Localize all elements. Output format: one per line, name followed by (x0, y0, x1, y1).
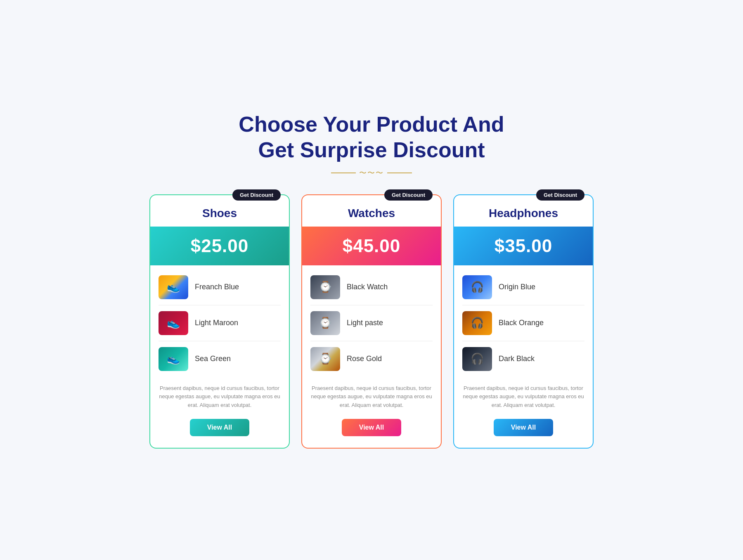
product-img-shoes-0: 👟 (159, 275, 188, 299)
product-img-watches-0: ⌚ (310, 275, 340, 299)
deco-wave: 〜〜〜 (359, 168, 384, 178)
cards-container: Get DiscountShoes$25.00👟Freanch Blue👟Lig… (124, 194, 619, 449)
card-shoes: Get DiscountShoes$25.00👟Freanch Blue👟Lig… (149, 194, 290, 449)
list-item[interactable]: 👟Sea Green (159, 341, 281, 377)
product-img-headphones-2: 🎧 (462, 347, 492, 371)
card-description-watches: Praesent dapibus, neque id cursus faucib… (302, 377, 441, 410)
product-name-shoes-0: Freanch Blue (195, 283, 239, 291)
page-title: Choose Your Product And Get Surprise Dis… (124, 111, 619, 163)
view-all-button-shoes[interactable]: View All (190, 419, 249, 436)
badge-headphones[interactable]: Get Discount (536, 189, 584, 201)
product-name-watches-0: Black Watch (347, 283, 388, 291)
price-text-shoes: $25.00 (191, 236, 249, 256)
view-all-button-watches[interactable]: View All (342, 419, 401, 436)
list-item[interactable]: ⌚Light paste (310, 305, 433, 341)
product-img-shoes-2: 👟 (159, 347, 188, 371)
list-item[interactable]: 🎧Dark Black (462, 341, 584, 377)
price-text-headphones: $35.00 (495, 236, 553, 256)
list-item[interactable]: 👟Freanch Blue (159, 269, 281, 305)
product-name-shoes-2: Sea Green (195, 354, 231, 363)
card-description-headphones: Praesent dapibus, neque id cursus faucib… (454, 377, 593, 410)
card-watches: Get DiscountWatches$45.00⌚Black Watch⌚Li… (301, 194, 442, 449)
product-name-watches-1: Light paste (347, 319, 383, 327)
view-all-button-headphones[interactable]: View All (494, 419, 553, 436)
page-header: Choose Your Product And Get Surprise Dis… (124, 111, 619, 178)
card-headphones: Get DiscountHeadphones$35.00🎧Origin Blue… (453, 194, 594, 449)
product-name-headphones-2: Dark Black (499, 354, 535, 363)
product-img-watches-2: ⌚ (310, 347, 340, 371)
deco-line-left (331, 172, 356, 173)
list-item[interactable]: ⌚Black Watch (310, 269, 433, 305)
product-img-headphones-1: 🎧 (462, 311, 492, 335)
price-banner-shoes: $25.00 (150, 227, 289, 265)
product-img-shoes-1: 👟 (159, 311, 188, 335)
list-item[interactable]: 👟Light Maroon (159, 305, 281, 341)
product-list-shoes: 👟Freanch Blue👟Light Maroon👟Sea Green (150, 265, 289, 377)
product-name-headphones-1: Black Orange (499, 319, 544, 327)
product-list-watches: ⌚Black Watch⌚Light paste⌚Rose Gold (302, 265, 441, 377)
list-item[interactable]: 🎧Origin Blue (462, 269, 584, 305)
price-banner-headphones: $35.00 (454, 227, 593, 265)
product-list-headphones: 🎧Origin Blue🎧Black Orange🎧Dark Black (454, 265, 593, 377)
title-line2: Get Surprise Discount (258, 138, 485, 162)
page-wrapper: Choose Your Product And Get Surprise Dis… (124, 111, 619, 449)
list-item[interactable]: ⌚Rose Gold (310, 341, 433, 377)
title-line1: Choose Your Product And (239, 112, 504, 136)
card-description-shoes: Praesent dapibus, neque id cursus faucib… (150, 377, 289, 410)
product-name-shoes-1: Light Maroon (195, 319, 238, 327)
badge-shoes[interactable]: Get Discount (232, 189, 281, 201)
list-item[interactable]: 🎧Black Orange (462, 305, 584, 341)
title-decoration: 〜〜〜 (124, 168, 619, 178)
badge-watches[interactable]: Get Discount (384, 189, 433, 201)
product-img-headphones-0: 🎧 (462, 275, 492, 299)
deco-line-right (387, 172, 412, 173)
product-name-headphones-0: Origin Blue (499, 283, 535, 291)
price-banner-watches: $45.00 (302, 227, 441, 265)
price-text-watches: $45.00 (343, 236, 401, 256)
product-img-watches-1: ⌚ (310, 311, 340, 335)
product-name-watches-2: Rose Gold (347, 354, 382, 363)
